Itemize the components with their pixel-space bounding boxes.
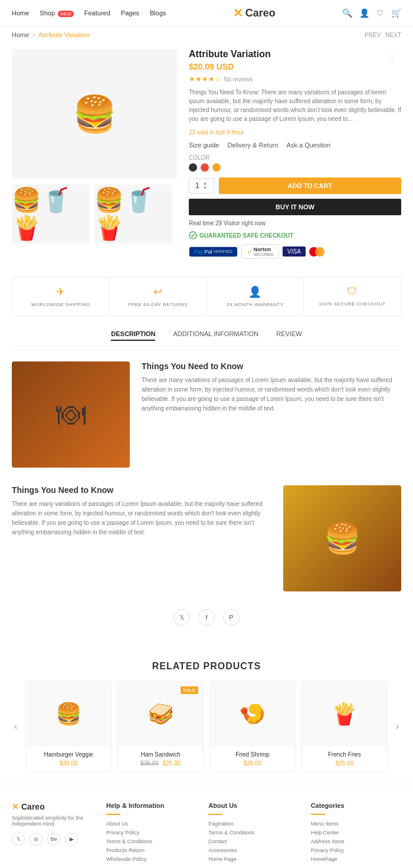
returns-label: FREE 60-DAY RETURNS — [128, 302, 188, 307]
next-product-arrow[interactable]: › — [394, 721, 401, 732]
footer-behance-icon[interactable]: Be — [47, 833, 60, 846]
footer-privacy-policy[interactable]: Privacy Policy — [106, 830, 196, 836]
tab-review[interactable]: REVIEW — [276, 330, 301, 341]
prev-product-arrow[interactable]: ‹ — [12, 721, 19, 732]
product-card-1: SALE 🥪 Ham Sandwich $35.00 $25.00 — [117, 681, 204, 772]
footer-menu-items[interactable]: Menu Items — [311, 821, 401, 827]
cart-icon[interactable]: 🛒 — [391, 8, 401, 18]
facebook-share-icon[interactable]: f — [198, 609, 215, 626]
footer-instagram-icon[interactable]: ◎ — [30, 833, 42, 846]
logo-text: Careo — [245, 7, 276, 19]
shop-badge: NEW — [58, 11, 74, 17]
footer-brand: ✕ Careo Sophisticated simplicity for the… — [12, 802, 94, 865]
logo-icon: ✕ — [233, 6, 243, 20]
thumbnail-2[interactable]: 🍔🥤🍟 — [94, 185, 172, 244]
delivery-tab[interactable]: Delivery & Return — [227, 142, 278, 149]
returns-icon: ↩ — [153, 285, 162, 298]
related-products-section: RELATED PRODUCTS ‹ 🍔 Hamburger Veggie $3… — [0, 649, 413, 784]
breadcrumb-home[interactable]: Home — [12, 31, 29, 38]
size-guide-tab[interactable]: Size guide — [189, 142, 219, 149]
footer-divider-3 — [311, 814, 325, 815]
search-icon[interactable]: 🔍 — [342, 8, 352, 18]
user-icon[interactable]: 👤 — [359, 8, 369, 18]
norton-sub: SECURED — [254, 252, 274, 257]
heart-icon[interactable]: ♡ — [376, 8, 384, 18]
pinterest-share-icon[interactable]: P — [223, 609, 240, 626]
norton-text: Norton — [254, 246, 274, 252]
color-red[interactable] — [201, 163, 209, 172]
no-reviews: No reviews — [224, 76, 253, 83]
footer-help-center[interactable]: Help Center — [311, 830, 401, 836]
nav-pages[interactable]: Pages — [121, 9, 139, 17]
visa-badge: VISA — [283, 246, 306, 257]
qty-down[interactable]: ▼ — [203, 186, 208, 190]
product-price-2: $20.00 — [215, 760, 290, 767]
quantity-box: 1 ▲ ▼ — [189, 178, 214, 193]
nav-featured[interactable]: Featured — [84, 9, 110, 17]
nav-home[interactable]: Home — [12, 9, 29, 17]
buy-now-button[interactable]: BUY IT NOW — [189, 199, 401, 215]
footer-vimeo-icon[interactable]: ▶ — [65, 833, 78, 846]
product-title: Attribute Variation — [189, 49, 401, 60]
wishlist-button[interactable]: ♡ — [389, 54, 396, 63]
desc-text-2: Things You Need to Know There are many v… — [12, 485, 271, 537]
related-title: RELATED PRODUCTS — [12, 661, 401, 672]
main-product-image: 🍔 — [12, 49, 177, 179]
desc-image-1: 🍽 — [12, 361, 130, 468]
footer-wholesale[interactable]: Wholesale Policy — [106, 856, 196, 862]
feature-returns: ↩ FREE 60-DAY RETURNS — [110, 277, 207, 315]
footer-accessories[interactable]: Accessories — [208, 847, 299, 853]
next-button[interactable]: NEXT — [385, 32, 401, 38]
site-logo[interactable]: ✕ Careo — [233, 6, 276, 20]
footer-products-return[interactable]: Products Return — [106, 847, 196, 853]
product-price-3: $25.00 — [307, 760, 382, 767]
color-black[interactable] — [189, 163, 197, 172]
footer-contact[interactable]: Contact — [208, 839, 299, 844]
footer-tagline: Sophisticated simplicity for the indepen… — [12, 815, 94, 827]
product-name-1: Ham Sandwich — [123, 751, 198, 758]
warranty-label: 24 MONTH WARRANTY — [227, 302, 284, 307]
product-price-1: $35.00 $25.00 — [123, 760, 198, 767]
payment-icons: PayPal VERIFIED ✓ Norton SECURED VISA — [189, 244, 401, 259]
footer-about-us[interactable]: About Us — [106, 821, 196, 827]
nav-shop[interactable]: Shop NEW — [40, 9, 73, 17]
footer-address-store[interactable]: Address Store — [311, 839, 401, 844]
tab-description[interactable]: DESCRIPTION — [111, 330, 155, 341]
products-grid: 🍔 Hamburger Veggie $30.00 SALE 🥪 Ham San… — [25, 681, 387, 772]
breadcrumb-sep: › — [32, 31, 35, 38]
twitter-share-icon[interactable]: 𝕏 — [173, 609, 190, 626]
nav-blogs[interactable]: Blogs — [150, 9, 166, 17]
footer-home-page[interactable]: Home Page — [208, 856, 299, 862]
footer-terms-2[interactable]: Terms & Conditions — [208, 830, 299, 836]
prev-button[interactable]: PREV — [365, 32, 381, 38]
footer-terms[interactable]: Terms & Conditions — [106, 839, 196, 844]
tab-additional-info[interactable]: ADDITIONAL INFORMATION — [173, 330, 258, 341]
footer-pagination[interactable]: Pagination — [208, 821, 299, 827]
feature-warranty: 👤 24 MONTH WARRANTY — [207, 277, 304, 315]
color-orange[interactable] — [212, 163, 221, 172]
product-stars: ★★★★☆ No reviews — [189, 75, 401, 83]
footer-privacy-policy-2[interactable]: Privacy Policy — [311, 847, 401, 853]
footer-logo-icon: ✕ — [12, 802, 19, 811]
thumbnail-1[interactable]: 🍔🥤🍟 — [12, 185, 90, 244]
description-section: 🍽 Things You Need to Know There are many… — [0, 350, 413, 649]
shield-check-icon — [189, 231, 197, 239]
footer-homepage[interactable]: HomePage — [311, 856, 401, 862]
product-info: ♡ Attribute Variation $20.09 USD ★★★★☆ N… — [189, 49, 401, 259]
product-description: Things You Need To Know: There are many … — [189, 88, 401, 123]
top-nav: Home Shop NEW Featured Pages Blogs ✕ Car… — [0, 0, 413, 27]
ask-question-tab[interactable]: Ask a Question — [287, 142, 331, 149]
qty-value: 1 — [195, 182, 199, 190]
mastercard-badge — [309, 247, 324, 257]
desc-body-2: There are many variations of passages of… — [12, 499, 271, 537]
product-card-img-0: 🍔 — [26, 682, 111, 747]
footer-twitter-icon[interactable]: 𝕏 — [12, 833, 25, 846]
footer-col-categories: Categories Menu Items Help Center Addres… — [311, 802, 401, 865]
warranty-icon: 👤 — [248, 285, 261, 298]
qty-cart-row: 1 ▲ ▼ ADD TO CART — [189, 177, 401, 194]
norton-badge: ✓ Norton SECURED — [241, 244, 279, 259]
footer-top: ✕ Careo Sophisticated simplicity for the… — [12, 802, 401, 865]
description-tabs: DESCRIPTION ADDITIONAL INFORMATION REVIE… — [12, 322, 401, 350]
add-to-cart-button[interactable]: ADD TO CART — [219, 177, 401, 194]
secure-icon: 🛡 — [347, 285, 358, 298]
